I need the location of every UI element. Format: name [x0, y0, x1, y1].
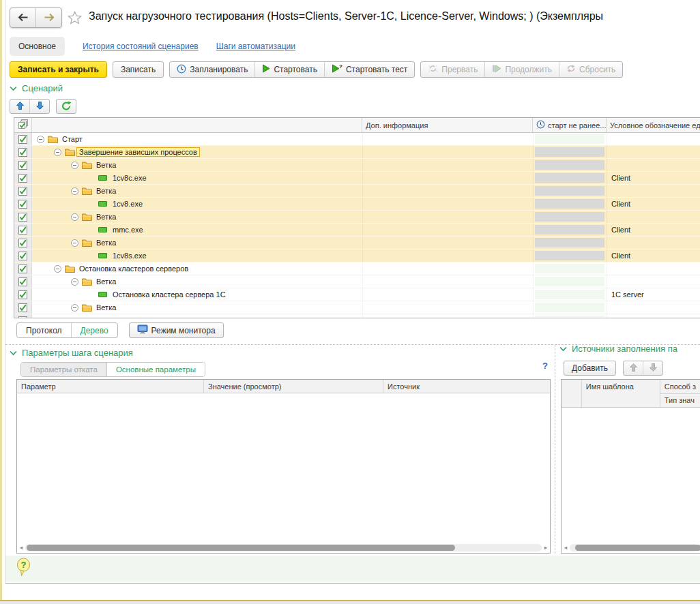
- tab-scenario-state-history[interactable]: История состояний сценариев: [83, 42, 199, 51]
- start-not-earlier-cell[interactable]: [533, 250, 607, 262]
- rollback-params-tab[interactable]: Параметры отката: [21, 363, 107, 376]
- info-cell[interactable]: [362, 146, 533, 158]
- collapse-icon[interactable]: [71, 213, 78, 221]
- start-not-earlier-cell[interactable]: [533, 314, 607, 318]
- collapse-icon[interactable]: [71, 239, 78, 247]
- row-checkbox[interactable]: [14, 237, 32, 249]
- tree-cell[interactable]: 1cv8c.exe: [32, 172, 362, 184]
- designation-cell[interactable]: Client: [607, 250, 700, 262]
- scenario-section-header[interactable]: Сценарий: [10, 83, 63, 93]
- row-checkbox[interactable]: [14, 211, 32, 223]
- table-row[interactable]: Ветка: [14, 159, 700, 172]
- help-bubble-icon[interactable]: ?: [16, 558, 31, 578]
- tree-cell[interactable]: Старт: [32, 133, 362, 145]
- tree-cell[interactable]: Ветка: [32, 159, 362, 171]
- tab-automation-steps[interactable]: Шаги автоматизации: [216, 42, 295, 51]
- tree-cell[interactable]: Ветка: [32, 275, 362, 288]
- select-all-header[interactable]: [14, 118, 32, 132]
- start-not-earlier-cell[interactable]: [533, 288, 607, 301]
- info-cell[interactable]: [362, 314, 533, 318]
- start-not-earlier-cell[interactable]: [533, 172, 607, 184]
- sources-horizontal-scrollbar[interactable]: ◂: [563, 543, 699, 552]
- help-link[interactable]: ?: [542, 361, 548, 371]
- table-row[interactable]: Ветка: [14, 275, 700, 288]
- table-row[interactable]: 1cv8c.exeClient: [14, 172, 700, 185]
- main-params-tab[interactable]: Основные параметры: [107, 363, 205, 376]
- tree-cell[interactable]: 1cv8.exe: [32, 198, 362, 210]
- add-button[interactable]: Добавить: [564, 361, 616, 376]
- collapse-icon[interactable]: [37, 136, 44, 143]
- start-not-earlier-cell[interactable]: [533, 211, 607, 223]
- tree-cell[interactable]: Ветка: [32, 185, 362, 197]
- collapse-icon[interactable]: [54, 149, 61, 156]
- table-row[interactable]: Завершение зависших процессов: [14, 146, 700, 159]
- param-column-header[interactable]: Параметр: [17, 380, 204, 393]
- designation-cell[interactable]: Client: [607, 198, 700, 210]
- start-not-earlier-cell[interactable]: [533, 198, 607, 210]
- row-checkbox[interactable]: [14, 301, 32, 314]
- tree-node-label[interactable]: Ветка: [96, 187, 116, 195]
- save-button[interactable]: Записать: [113, 61, 164, 78]
- tree-node-label[interactable]: Завершение зависших процессов: [76, 147, 200, 157]
- move-up-button[interactable]: [10, 100, 29, 113]
- step-params-section-header[interactable]: Параметры шага сценария: [10, 348, 133, 358]
- sources-move-down-button[interactable]: [643, 361, 662, 375]
- collapse-icon[interactable]: [71, 187, 78, 195]
- tree-node-label[interactable]: mmc.exe: [113, 226, 143, 234]
- tree-cell[interactable]: Завершение зависших процессов: [32, 146, 362, 158]
- start-column-header[interactable]: старт не ранее...: [533, 118, 607, 132]
- info-cell[interactable]: [362, 133, 533, 145]
- designation-cell[interactable]: [607, 275, 700, 288]
- info-cell[interactable]: [362, 250, 533, 262]
- table-row[interactable]: [14, 314, 700, 318]
- tree-cell[interactable]: [32, 314, 362, 318]
- row-checkbox[interactable]: [14, 314, 32, 318]
- info-cell[interactable]: [362, 198, 533, 210]
- row-checkbox[interactable]: [14, 146, 32, 158]
- designation-column-header[interactable]: Условное обозначение ед: [607, 118, 700, 132]
- start-not-earlier-cell[interactable]: [533, 237, 607, 249]
- start-not-earlier-cell[interactable]: [533, 262, 607, 275]
- tree-cell[interactable]: Ветка: [32, 301, 362, 314]
- designation-cell[interactable]: [607, 146, 700, 158]
- method-column-header[interactable]: Способ з: [660, 380, 700, 393]
- tree-node-label[interactable]: 1cv8s.exe: [113, 252, 147, 260]
- info-column-header[interactable]: Доп. информация: [362, 118, 533, 132]
- tree-node-label[interactable]: 1cv8.exe: [113, 200, 143, 208]
- info-cell[interactable]: [362, 211, 533, 223]
- info-cell[interactable]: [362, 275, 533, 288]
- row-checkbox[interactable]: [14, 172, 32, 184]
- start-not-earlier-cell[interactable]: [533, 301, 607, 314]
- monitor-mode-button[interactable]: Режим монитора: [129, 322, 224, 338]
- designation-cell[interactable]: [607, 301, 700, 314]
- collapse-icon[interactable]: [54, 265, 61, 273]
- schedule-button[interactable]: Запланировать: [170, 62, 254, 77]
- interrupt-button[interactable]: Прервать: [421, 62, 484, 77]
- collapse-icon[interactable]: [71, 162, 78, 169]
- tab-main[interactable]: Основное: [10, 37, 65, 56]
- start-not-earlier-cell[interactable]: [533, 275, 607, 288]
- table-row[interactable]: Ветка: [14, 185, 700, 198]
- tree-cell[interactable]: Ветка: [32, 237, 362, 249]
- tree-node-label[interactable]: Ветка: [96, 239, 116, 247]
- designation-cell[interactable]: 1C server: [607, 288, 700, 301]
- scroll-right-icon[interactable]: ▸: [543, 543, 549, 552]
- fill-sources-section-header[interactable]: Источники заполнения па: [559, 344, 700, 354]
- table-row[interactable]: mmc.exeClient: [14, 224, 700, 237]
- info-cell[interactable]: [362, 159, 533, 171]
- start-not-earlier-cell[interactable]: [533, 185, 607, 197]
- row-checkbox[interactable]: [14, 133, 32, 145]
- tree-node-label[interactable]: Ветка: [96, 277, 116, 286]
- tab-protocol[interactable]: Протокол: [17, 323, 71, 337]
- tree-node-label[interactable]: Остановка кластеров серверов: [79, 265, 188, 273]
- row-checkbox[interactable]: [14, 159, 32, 171]
- info-cell[interactable]: [362, 185, 533, 197]
- tree-node-label[interactable]: 1cv8c.exe: [113, 174, 147, 182]
- start-not-earlier-cell[interactable]: [533, 133, 607, 145]
- start-not-earlier-cell[interactable]: [533, 159, 607, 171]
- row-checkbox[interactable]: [14, 198, 32, 210]
- row-checkbox[interactable]: [14, 185, 32, 197]
- template-name-column-header[interactable]: Имя шаблона: [582, 380, 660, 407]
- table-row[interactable]: Остановка кластеров серверов: [14, 262, 700, 275]
- tree-cell[interactable]: Остановка кластера сервера 1С: [32, 288, 362, 301]
